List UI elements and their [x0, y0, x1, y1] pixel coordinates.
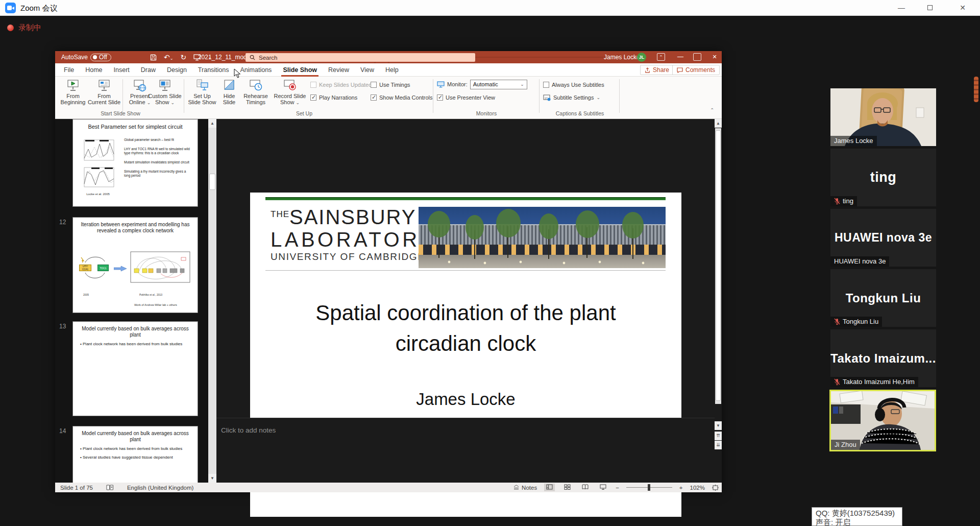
record-slide-show-icon	[283, 79, 297, 92]
comments-button[interactable]: Comments	[672, 65, 720, 75]
next-slide-icon[interactable]: ⇊	[715, 441, 722, 449]
participant-tile-tongkun-liu[interactable]: Tongkun Liu Tongkun Liu	[830, 269, 936, 327]
scroll-down-icon[interactable]: ▼	[208, 474, 216, 483]
zoom-in-button[interactable]: +	[679, 485, 683, 491]
thumb-text: Global parameter search – best fit	[124, 138, 190, 142]
slide-editing-area[interactable]: THESAINSBURY LABORATORY UNIVERSITY OF CA…	[216, 119, 715, 415]
main-scrollbar[interactable]: ▲ ▼ ⇈ ⇊	[715, 119, 722, 483]
play-narrations-checkbox[interactable]: Play Narrations	[310, 93, 357, 102]
normal-view-button[interactable]	[544, 484, 555, 491]
rehearse-timings-icon	[249, 79, 262, 92]
reading-view-button[interactable]	[580, 484, 591, 491]
slide-thumbnail-panel[interactable]: Best Parameter set for simplest circuit …	[55, 119, 208, 483]
thumb-bullet: Plant clock network has been derived fro…	[80, 446, 190, 451]
checkbox-icon	[543, 82, 549, 88]
zoom-out-button[interactable]: −	[616, 485, 619, 491]
account-avatar[interactable]: JL	[637, 53, 646, 62]
notes-pane[interactable]: Click to add notes	[216, 418, 715, 483]
from-beginning-button[interactable]: FromBeginning	[59, 79, 87, 110]
scroll-up-icon[interactable]: ▲	[715, 119, 722, 128]
zoom-minimize-button[interactable]: —	[895, 2, 908, 13]
from-current-slide-button[interactable]: FromCurrent Slide	[87, 79, 121, 110]
participant-tile-huawei-nova-3e[interactable]: HUAWEI nova 3e HUAWEI nova 3e	[830, 209, 936, 267]
scroll-up-icon[interactable]: ▲	[208, 119, 216, 128]
autosave-toggle[interactable]: Off	[90, 54, 111, 61]
zoom-maximize-button[interactable]	[924, 2, 936, 13]
normal-view-icon	[546, 484, 553, 490]
tab-view[interactable]: View	[355, 63, 380, 77]
record-slide-show-button[interactable]: Record SlideShow ⌄	[272, 79, 308, 110]
ribbon-display-options-icon[interactable]: ⌃	[657, 53, 665, 61]
collapse-ribbon-icon[interactable]: ⌃	[710, 107, 714, 113]
zoom-close-button[interactable]: ✕	[957, 2, 969, 13]
tab-review[interactable]: Review	[323, 63, 355, 77]
share-button[interactable]: Share	[640, 65, 674, 75]
ppt-minimize-button[interactable]: —	[676, 53, 684, 61]
search-placeholder: Search	[259, 55, 277, 61]
autosave-label: AutoSave	[61, 54, 88, 61]
participant-tile-ting[interactable]: ting ting	[830, 149, 936, 206]
checkbox-icon	[437, 94, 443, 101]
tab-home[interactable]: Home	[80, 63, 108, 77]
language-indicator[interactable]: English (United Kingdom)	[127, 485, 193, 491]
tab-help[interactable]: Help	[380, 63, 404, 77]
thumb-bullet: Several studies have suggested tissue de…	[80, 455, 190, 460]
use-timings-checkbox[interactable]: Use Timings	[371, 81, 410, 89]
undo-icon[interactable]: ↶⌄	[164, 53, 173, 61]
subtitle-settings-button[interactable]: Subtitle Settings ⌄	[543, 93, 600, 102]
rehearse-timings-button[interactable]: RehearseTimings	[241, 79, 271, 110]
save-icon[interactable]	[150, 54, 157, 61]
zoom-window-titlebar: Zoom 会议 — ✕	[0, 0, 980, 16]
checkbox-icon	[371, 82, 377, 88]
use-presenter-view-checkbox[interactable]: Use Presenter View	[437, 93, 495, 102]
always-use-subtitles-checkbox[interactable]: Always Use Subtitles	[543, 81, 604, 89]
tab-draw[interactable]: Draw	[135, 63, 161, 77]
slide-thumbnail-11[interactable]: Best Parameter set for simplest circuit …	[72, 119, 198, 207]
tab-insert[interactable]: Insert	[108, 63, 135, 77]
scroll-down-icon[interactable]: ▼	[715, 421, 722, 430]
powerpoint-window: AutoSave Off ↶⌄ ↻ ⌄ 2021_12_11_model_tal…	[55, 51, 722, 492]
reading-view-icon	[582, 484, 589, 490]
main-scrollbar-thumb[interactable]	[716, 130, 721, 401]
participant-name-label: HUAWEI nova 3e	[830, 256, 889, 267]
participant-tile-ji-zhou[interactable]: Ji Zhou	[829, 390, 936, 451]
slide-counter: Slide 1 of 75	[60, 485, 93, 491]
thumbnail-scrollbar-thumb[interactable]	[209, 174, 215, 190]
zoom-slider[interactable]	[626, 487, 672, 488]
tab-transitions[interactable]: Transitions	[192, 63, 235, 77]
monitor-dropdown[interactable]: Automatic ⌄	[470, 80, 527, 89]
thumbnail-scrollbar[interactable]: ▲ ▼	[208, 119, 216, 483]
tab-file[interactable]: File	[58, 63, 80, 77]
show-media-controls-checkbox[interactable]: Show Media Controls	[371, 93, 433, 102]
zoom-percentage[interactable]: 102%	[690, 485, 705, 491]
tab-animations[interactable]: Animations	[235, 63, 278, 77]
set-up-slide-show-button[interactable]: Set UpSlide Show	[187, 79, 217, 110]
slide-thumbnail-12[interactable]: Iteration between experiment and modelli…	[72, 217, 198, 313]
notes-toggle-button[interactable]: Notes	[513, 485, 537, 491]
slide-thumbnail-14[interactable]: Model currently based on bulk averages a…	[72, 426, 198, 483]
edge-scrollbar-thumb[interactable]	[974, 77, 978, 102]
search-box[interactable]: Search	[246, 53, 475, 62]
previous-slide-icon[interactable]: ⇈	[715, 432, 722, 440]
tab-slide-show[interactable]: Slide Show	[277, 63, 323, 77]
notes-placeholder: Click to add notes	[221, 426, 276, 434]
account-name[interactable]: James Locke	[604, 54, 640, 61]
fit-to-window-icon[interactable]	[712, 485, 719, 491]
zoom-slider-thumb[interactable]	[648, 484, 650, 491]
group-label-start-slide-show: Start Slide Show	[101, 110, 140, 116]
slide-thumbnail-13[interactable]: Model currently based on bulk averages a…	[72, 321, 198, 416]
ppt-close-button[interactable]: ✕	[710, 53, 719, 61]
ppt-restore-button[interactable]	[693, 53, 701, 61]
mic-muted-icon	[834, 378, 840, 385]
participant-tile-james-locke[interactable]: James Locke	[830, 88, 936, 146]
spell-check-icon[interactable]	[106, 484, 114, 491]
participant-tile-takato-imaizumi[interactable]: Takato Imaizum... Takato Imaizumi He,Him	[830, 329, 936, 387]
ppt-titlebar: AutoSave Off ↶⌄ ↻ ⌄ 2021_12_11_model_tal…	[55, 51, 722, 63]
slideshow-view-button[interactable]	[598, 484, 608, 491]
slide-sorter-view-button[interactable]	[562, 484, 573, 491]
chevron-down-icon: ⌄	[296, 100, 300, 105]
tab-design[interactable]: Design	[161, 63, 192, 77]
monitor-icon	[437, 81, 445, 88]
hide-slide-button[interactable]: HideSlide	[218, 79, 240, 110]
custom-slide-show-button[interactable]: Custom SlideShow ⌄	[146, 79, 184, 110]
